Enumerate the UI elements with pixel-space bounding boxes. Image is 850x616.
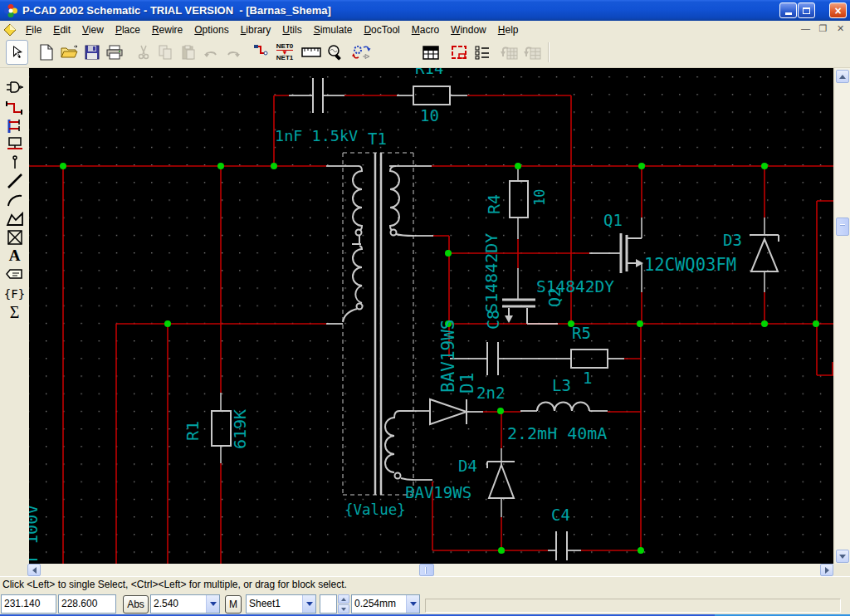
mdi-restore-icon[interactable]: ❐	[817, 23, 829, 34]
place-wire-tool[interactable]	[3, 99, 26, 117]
cut-button[interactable]	[132, 41, 154, 64]
measure-button[interactable]	[300, 41, 322, 64]
place-port-tool[interactable]	[3, 135, 26, 154]
close-button[interactable]: ×	[829, 2, 847, 18]
place-arc-tool[interactable]	[3, 192, 26, 210]
place-ieee-symbol-tool[interactable]: Σ	[3, 303, 26, 321]
menu-place[interactable]: Place	[110, 22, 146, 37]
menu-edit[interactable]: Edit	[47, 22, 76, 37]
export-table-button[interactable]	[521, 41, 544, 64]
schematic-label: 1nF 1.5kV	[275, 127, 358, 144]
place-polygon-tool[interactable]	[3, 210, 26, 228]
undo-button[interactable]	[199, 41, 222, 64]
schematic-label: 2.2mH 40mA	[507, 423, 607, 443]
scroll-right-button[interactable]	[820, 564, 833, 576]
y-coordinate-field[interactable]: 228.600	[58, 594, 116, 614]
edit-nets-button[interactable]	[249, 41, 271, 64]
new-document-button[interactable]	[35, 41, 57, 64]
abs-rel-button[interactable]: Abs	[123, 595, 149, 614]
schematic-label: L3	[552, 376, 571, 394]
sheet-combo-arrow-icon[interactable]	[302, 595, 315, 613]
menu-simulate[interactable]: Simulate	[308, 22, 359, 37]
scroll-up-button[interactable]	[836, 70, 849, 83]
restore-button[interactable]	[798, 2, 815, 18]
schematic-label: T1	[368, 130, 387, 148]
select-tool-button[interactable]	[6, 40, 28, 65]
print-button[interactable]	[103, 41, 125, 64]
window-title: P-CAD 2002 Schematic - TRIAL VERSION - […	[22, 4, 331, 17]
open-file-button[interactable]	[58, 41, 81, 64]
schematic-label: 2n2	[476, 384, 505, 402]
menu-bar: FileEditViewPlaceRewireOptionsLibraryUti…	[0, 21, 850, 38]
save-button[interactable]	[81, 41, 103, 64]
spin-down-button[interactable]	[338, 604, 349, 614]
menu-options[interactable]: Options	[188, 22, 234, 37]
pcad-window: P-CAD 2002 Schematic - TRIAL VERSION - […	[0, 0, 850, 616]
menu-macro[interactable]: Macro	[406, 22, 445, 37]
menu-library[interactable]: Library	[235, 22, 277, 37]
place-text-tool[interactable]: A	[3, 247, 26, 265]
mdi-window-controls: — ❐ ✕	[799, 23, 847, 34]
horizontal-scroll-thumb[interactable]	[419, 564, 434, 576]
sheet-outline-button[interactable]	[447, 41, 470, 64]
schematic-label: R14	[415, 68, 443, 77]
schematic-label: {Value}	[344, 501, 406, 518]
schematic-canvas[interactable]: R14101nF 1.5kVT110R4S14842DYC8Q112CWQ03F…	[29, 68, 833, 564]
schematic-label: 619K	[230, 409, 250, 449]
schematic-label: BAV19WS	[405, 483, 471, 501]
schematic-label: 10	[420, 106, 439, 125]
macro-button[interactable]: M	[225, 595, 242, 614]
menu-doctool[interactable]: DocTool	[358, 22, 405, 37]
line-width-combo-arrow-icon[interactable]	[406, 595, 419, 613]
place-part-tool[interactable]	[3, 78, 26, 96]
paste-button[interactable]	[177, 41, 199, 64]
place-pin-tool[interactable]	[3, 154, 26, 172]
vertical-scrollbar[interactable]	[835, 68, 850, 564]
place-bus-tool[interactable]	[3, 117, 26, 135]
schematic-label: D3	[723, 231, 742, 249]
placement-toolbar: A {F} Σ	[0, 68, 29, 564]
menu-file[interactable]: File	[20, 22, 47, 37]
schematic-label: R5	[572, 324, 591, 342]
annotate-button[interactable]	[350, 41, 373, 64]
place-line-tool[interactable]	[3, 172, 26, 190]
document-icon[interactable]	[3, 23, 17, 37]
minimize-button[interactable]	[779, 2, 797, 18]
spin-up-button[interactable]	[338, 594, 349, 604]
menu-utils[interactable]: Utils	[276, 22, 307, 37]
place-field-tool[interactable]: {F}	[3, 285, 26, 303]
menu-rewire[interactable]: Rewire	[146, 22, 188, 37]
color-swatch[interactable]	[320, 594, 337, 614]
place-ref-point-tool[interactable]	[3, 228, 26, 247]
menu-window[interactable]: Window	[445, 22, 492, 37]
menu-help[interactable]: Help	[492, 22, 525, 37]
status-bar: Click <Left> to single Select, <Ctrl><Le…	[0, 576, 850, 592]
width-spinner	[338, 594, 349, 614]
mdi-close-icon[interactable]: ✕	[834, 23, 847, 34]
command-line-panel	[425, 599, 841, 613]
grid-spacing-combo[interactable]: 2.540	[150, 594, 220, 614]
horizontal-scrollbar[interactable]	[27, 564, 833, 576]
app-logo-icon	[3, 3, 18, 18]
schematic-label: R4	[484, 194, 504, 214]
schematic-label: BAV19WS	[438, 319, 458, 393]
grid-combo-arrow-icon[interactable]	[206, 595, 219, 613]
rename-net-button[interactable]: NET0 ▼ NET1	[272, 41, 297, 64]
scroll-left-button[interactable]	[27, 564, 41, 576]
place-attribute-tool[interactable]	[3, 266, 26, 284]
spreadsheet-button[interactable]	[419, 41, 442, 64]
scroll-down-button[interactable]	[836, 550, 849, 563]
zoom-button[interactable]	[324, 41, 346, 64]
vertical-scroll-thumb[interactable]	[836, 218, 849, 236]
redo-button[interactable]	[222, 41, 244, 64]
copy-button[interactable]	[154, 41, 177, 64]
mdi-minimize-icon[interactable]: —	[799, 23, 812, 34]
status-message: Click <Left> to single Select, <Ctrl><Le…	[0, 577, 850, 590]
x-coordinate-field[interactable]: 231.140	[1, 594, 56, 614]
title-bar[interactable]: P-CAD 2002 Schematic - TRIAL VERSION - […	[0, 0, 850, 21]
import-table-button[interactable]	[498, 41, 520, 64]
menu-view[interactable]: View	[76, 22, 110, 37]
bom-button[interactable]	[471, 41, 493, 64]
line-width-combo[interactable]: 0.254mm	[351, 594, 420, 614]
sheet-combo[interactable]: Sheet1	[246, 594, 316, 614]
